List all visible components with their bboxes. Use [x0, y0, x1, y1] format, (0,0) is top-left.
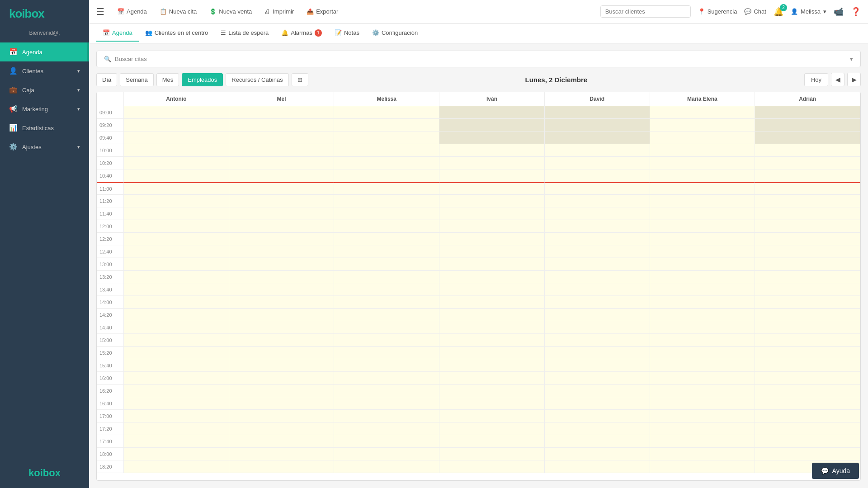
cal-cell-mel-1820[interactable] — [229, 460, 335, 473]
cal-cell-maria-elena-1540[interactable] — [650, 359, 755, 372]
cal-cell-iván-1540[interactable] — [439, 359, 545, 372]
cal-cell-antonio-1240[interactable] — [124, 245, 229, 258]
cal-cell-iván-1420[interactable] — [439, 309, 545, 321]
tab-agenda[interactable]: 📅 Agenda — [96, 25, 139, 42]
cal-cell-antonio-1400[interactable] — [124, 296, 229, 309]
cal-cell-iván-1600[interactable] — [439, 372, 545, 385]
cal-cell-adrián-0900[interactable] — [755, 106, 860, 119]
exportar-button[interactable]: 📤 Exportar — [301, 5, 344, 18]
cal-cell-adrián-1400[interactable] — [755, 296, 860, 309]
cal-cell-antonio-1540[interactable] — [124, 359, 229, 372]
cal-cell-maria-elena-1400[interactable] — [650, 296, 755, 309]
cal-cell-iván-1800[interactable] — [439, 448, 545, 460]
cal-cell-david-1720[interactable] — [545, 422, 650, 435]
cal-cell-antonio-1820[interactable] — [124, 460, 229, 473]
cal-cell-adrián-1040[interactable] — [755, 169, 860, 182]
cal-cell-melissa-1620[interactable] — [334, 385, 439, 397]
imprimir-button[interactable]: 🖨 Imprimir — [259, 5, 299, 18]
cal-cell-iván-1320[interactable] — [439, 271, 545, 283]
cal-cell-david-1820[interactable] — [545, 460, 650, 473]
cal-cell-melissa-0900[interactable] — [334, 106, 439, 119]
cal-cell-adrián-1600[interactable] — [755, 372, 860, 385]
cal-cell-maria-elena-1600[interactable] — [650, 372, 755, 385]
cal-cell-adrián-1120[interactable] — [755, 195, 860, 207]
tab-lista-espera[interactable]: ☰ Lista de espera — [214, 25, 275, 42]
tab-clientes-centro[interactable]: 👥 Clientes en el centro — [139, 25, 215, 42]
cal-cell-melissa-1600[interactable] — [334, 372, 439, 385]
cal-cell-iván-1000[interactable] — [439, 144, 545, 157]
month-view-button[interactable]: Mes — [156, 73, 179, 86]
cal-cell-melissa-1420[interactable] — [334, 309, 439, 321]
cal-cell-maria-elena-1420[interactable] — [650, 309, 755, 321]
cal-cell-iván-1300[interactable] — [439, 258, 545, 271]
cal-cell-mel-1620[interactable] — [229, 385, 335, 397]
cal-cell-maria-elena-1800[interactable] — [650, 448, 755, 460]
cal-cell-antonio-1000[interactable] — [124, 144, 229, 157]
cal-cell-maria-elena-1000[interactable] — [650, 144, 755, 157]
cal-cell-david-1100[interactable] — [545, 182, 650, 195]
cal-cell-mel-1540[interactable] — [229, 359, 335, 372]
cal-cell-iván-1140[interactable] — [439, 207, 545, 220]
cal-cell-melissa-1500[interactable] — [334, 334, 439, 347]
cal-cell-melissa-1640[interactable] — [334, 397, 439, 410]
cal-cell-maria-elena-1700[interactable] — [650, 410, 755, 422]
cal-cell-david-1040[interactable] — [545, 169, 650, 182]
cal-cell-adrián-1640[interactable] — [755, 397, 860, 410]
cal-cell-antonio-1140[interactable] — [124, 207, 229, 220]
cal-cell-david-1400[interactable] — [545, 296, 650, 309]
cal-cell-mel-1200[interactable] — [229, 220, 335, 233]
cal-cell-mel-0940[interactable] — [229, 131, 335, 144]
cal-cell-david-1740[interactable] — [545, 435, 650, 448]
cal-cell-maria-elena-1020[interactable] — [650, 157, 755, 169]
cal-cell-iván-1020[interactable] — [439, 157, 545, 169]
cal-cell-melissa-1320[interactable] — [334, 271, 439, 283]
cal-cell-melissa-1720[interactable] — [334, 422, 439, 435]
cal-cell-maria-elena-1240[interactable] — [650, 245, 755, 258]
cal-cell-adrián-1720[interactable] — [755, 422, 860, 435]
cal-cell-mel-1340[interactable] — [229, 283, 335, 296]
search-input[interactable] — [600, 5, 691, 18]
cal-cell-adrián-1020[interactable] — [755, 157, 860, 169]
cal-cell-maria-elena-1440[interactable] — [650, 321, 755, 334]
cal-cell-iván-1720[interactable] — [439, 422, 545, 435]
cal-cell-iván-0900[interactable] — [439, 106, 545, 119]
cal-cell-melissa-0920[interactable] — [334, 119, 439, 131]
cal-cell-iván-1120[interactable] — [439, 195, 545, 207]
next-arrow-button[interactable]: ▶ — [847, 73, 861, 86]
cal-cell-adrián-1300[interactable] — [755, 258, 860, 271]
cal-cell-mel-1140[interactable] — [229, 207, 335, 220]
cal-cell-melissa-1200[interactable] — [334, 220, 439, 233]
cal-cell-antonio-1520[interactable] — [124, 347, 229, 359]
cal-cell-antonio-1420[interactable] — [124, 309, 229, 321]
cal-cell-adrián-1140[interactable] — [755, 207, 860, 220]
cal-cell-iván-1640[interactable] — [439, 397, 545, 410]
cal-cell-maria-elena-1140[interactable] — [650, 207, 755, 220]
cal-cell-adrián-1620[interactable] — [755, 385, 860, 397]
cal-cell-mel-1040[interactable] — [229, 169, 335, 182]
cal-cell-david-1540[interactable] — [545, 359, 650, 372]
cal-cell-antonio-1740[interactable] — [124, 435, 229, 448]
cal-cell-mel-1720[interactable] — [229, 422, 335, 435]
cal-cell-melissa-1400[interactable] — [334, 296, 439, 309]
cal-cell-maria-elena-1320[interactable] — [650, 271, 755, 283]
cal-cell-adrián-1420[interactable] — [755, 309, 860, 321]
cal-cell-david-1440[interactable] — [545, 321, 650, 334]
resources-view-button[interactable]: Recursos / Cabinas — [226, 73, 288, 86]
cal-cell-david-1220[interactable] — [545, 233, 650, 245]
cal-cell-mel-1100[interactable] — [229, 182, 335, 195]
cal-cell-adrián-1800[interactable] — [755, 448, 860, 460]
notification-bell[interactable]: 🔔 2 — [774, 7, 783, 17]
cal-cell-antonio-1700[interactable] — [124, 410, 229, 422]
cal-cell-david-1800[interactable] — [545, 448, 650, 460]
cal-cell-antonio-1220[interactable] — [124, 233, 229, 245]
cal-cell-antonio-1600[interactable] — [124, 372, 229, 385]
cal-cell-adrián-1340[interactable] — [755, 283, 860, 296]
cal-cell-mel-1640[interactable] — [229, 397, 335, 410]
cal-cell-mel-1740[interactable] — [229, 435, 335, 448]
cal-cell-melissa-1540[interactable] — [334, 359, 439, 372]
cal-cell-maria-elena-1100[interactable] — [650, 182, 755, 195]
today-button[interactable]: Hoy — [804, 73, 828, 86]
cal-cell-mel-0900[interactable] — [229, 106, 335, 119]
cal-cell-antonio-0940[interactable] — [124, 131, 229, 144]
cal-cell-iván-1440[interactable] — [439, 321, 545, 334]
